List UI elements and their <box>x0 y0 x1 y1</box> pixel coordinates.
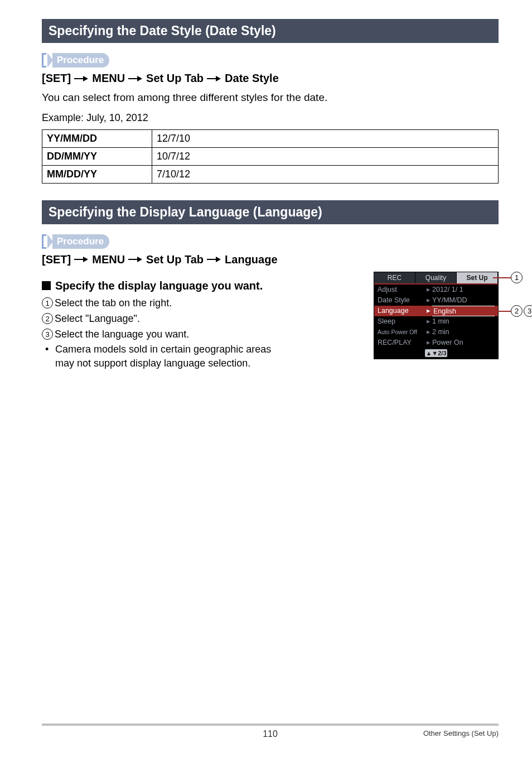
section1-title: Specifying the Date Style (Date Style) <box>42 19 499 43</box>
square-bullet-icon <box>42 281 51 290</box>
bc1-part2: Set Up Tab <box>146 72 204 85</box>
caret-right-icon: ▸ <box>427 295 432 306</box>
subheading-row: Specify the display language you want. <box>42 279 364 292</box>
fmt-cell: DD/MM/YY <box>42 147 152 165</box>
cam-page-indicator: ▲▼2/3 <box>425 349 447 357</box>
step-1: 1Select the tab on the right. <box>42 296 364 310</box>
page: Specifying the Date Style (Date Style) P… <box>0 0 532 757</box>
bc1-part1: MENU <box>92 72 125 85</box>
arrow-right-icon <box>128 256 143 263</box>
footer-divider <box>42 724 499 726</box>
cam-label: Sleep <box>378 316 427 327</box>
cam-value: 2 min <box>432 327 495 337</box>
page-number: 110 <box>194 729 346 739</box>
cam-row-autopoweroff: Auto Power Off ▸ 2 min <box>374 327 498 337</box>
section1-example: Example: July, 10, 2012 <box>42 112 499 124</box>
callout-circled-3-icon: 3 <box>524 305 532 317</box>
val-cell: 12/7/10 <box>152 129 499 147</box>
cam-row-recplay: REC/PLAY ▸ Power On <box>374 337 498 348</box>
callout-circled-2-icon: 2 <box>511 305 523 317</box>
footer-left-spacer <box>42 729 194 739</box>
table-row: YY/MM/DD 12/7/10 <box>42 129 499 147</box>
note-line2: may not support display language selecti… <box>55 356 364 370</box>
arrow-right-icon <box>74 256 89 263</box>
caret-right-icon: ▸ <box>427 327 432 337</box>
footer-section-name: Other Settings (Set Up) <box>346 729 499 739</box>
subheading-text: Specify the display language you want. <box>55 279 263 292</box>
camera-menu: REC Quality Set Up Adjust ▸ 2012/ 1/ 1 D… <box>374 272 499 359</box>
table-row: MM/DD/YY 7/10/12 <box>42 165 499 183</box>
step-3: 3Select the language you want. <box>42 327 364 341</box>
cam-label: Language <box>378 306 427 316</box>
left-column: Specify the display language you want. 1… <box>42 272 364 372</box>
footer-row: 110 Other Settings (Set Up) <box>42 729 499 739</box>
val-cell: 7/10/12 <box>152 165 499 183</box>
section2-title: Specifying the Display Language (Languag… <box>42 200 499 224</box>
bc1-part0: [SET] <box>42 72 71 85</box>
bullet-dot-icon: • <box>45 343 49 356</box>
section1-desc: You can select from among three differen… <box>42 90 499 105</box>
fmt-cell: YY/MM/DD <box>42 129 152 147</box>
callout-circled-1-icon: 1 <box>511 272 523 283</box>
note-line1: Camera models sold in certain geographic… <box>55 344 271 355</box>
cam-label: Date Style <box>378 295 427 306</box>
bc1-part3: Date Style <box>225 72 279 85</box>
bc2-part2: Set Up Tab <box>146 253 204 266</box>
arrow-right-icon <box>128 75 143 82</box>
caret-right-icon: ▸ <box>427 316 432 327</box>
caret-right-icon: ▸ <box>427 285 432 295</box>
procedure-bracket-icon <box>42 53 46 67</box>
camera-tabs: REC Quality Set Up <box>374 272 498 283</box>
two-col-layout: Specify the display language you want. 1… <box>42 272 499 372</box>
procedure-row-2: Procedure <box>42 234 499 249</box>
arrow-right-icon <box>207 256 221 263</box>
cam-value: Power On <box>432 337 495 348</box>
procedure-label-2: Procedure <box>52 234 109 249</box>
camera-tab-rec: REC <box>374 272 415 283</box>
fmt-cell: MM/DD/YY <box>42 165 152 183</box>
camera-tab-quality: Quality <box>415 272 457 283</box>
cam-label: Auto Power Off <box>378 327 427 337</box>
camera-tab-setup: Set Up <box>457 272 498 283</box>
caret-right-icon: ▸ <box>427 306 432 316</box>
procedure-row-1: Procedure <box>42 53 499 67</box>
circled-3-icon: 3 <box>42 329 53 340</box>
procedure-label-1: Procedure <box>52 53 109 67</box>
step-1-text: Select the tab on the right. <box>55 297 172 308</box>
breadcrumb-1: [SET] MENU Set Up Tab Date Style <box>42 72 499 85</box>
note-bullet: • Camera models sold in certain geograph… <box>42 343 364 370</box>
callout-line-1 <box>493 277 511 278</box>
step-3-text: Select the language you want. <box>55 329 189 340</box>
cam-row-language: Language ▸ English <box>374 306 498 316</box>
cam-value: YY/MM/DD <box>432 295 495 306</box>
camera-screenshot: REC Quality Set Up Adjust ▸ 2012/ 1/ 1 D… <box>374 272 499 359</box>
breadcrumb-2: [SET] MENU Set Up Tab Language <box>42 253 499 266</box>
cam-value: 2012/ 1/ 1 <box>432 285 495 295</box>
arrow-right-icon <box>74 75 89 82</box>
step-2: 2Select "Language". <box>42 311 364 326</box>
cam-label: Adjust <box>378 285 427 295</box>
step-2-text: Select "Language". <box>55 313 140 324</box>
val-cell: 10/7/12 <box>152 147 499 165</box>
arrow-right-icon <box>207 75 221 82</box>
callout-line-23 <box>493 311 511 312</box>
circled-2-icon: 2 <box>42 313 53 324</box>
page-footer: 110 Other Settings (Set Up) <box>42 724 499 739</box>
cam-value: English <box>432 306 495 316</box>
bc2-part3: Language <box>225 253 277 266</box>
procedure-bracket-icon <box>42 234 46 249</box>
cam-row-datestyle: Date Style ▸ YY/MM/DD <box>374 295 498 306</box>
table-row: DD/MM/YY 10/7/12 <box>42 147 499 165</box>
bc2-part0: [SET] <box>42 253 71 266</box>
caret-right-icon: ▸ <box>427 337 432 348</box>
cam-label: REC/PLAY <box>378 337 427 348</box>
circled-1-icon: 1 <box>42 297 53 308</box>
cam-value: 1 min <box>432 316 495 327</box>
cam-row-adjust: Adjust ▸ 2012/ 1/ 1 <box>374 285 498 295</box>
bc2-part1: MENU <box>92 253 125 266</box>
date-format-table: YY/MM/DD 12/7/10 DD/MM/YY 10/7/12 MM/DD/… <box>42 129 499 184</box>
cam-row-sleep: Sleep ▸ 1 min <box>374 316 498 327</box>
